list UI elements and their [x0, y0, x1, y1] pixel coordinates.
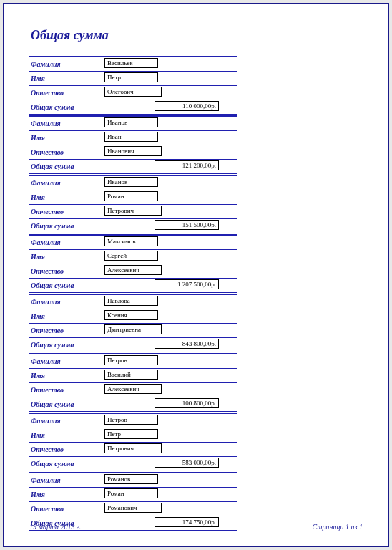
field-sum: 583 000,00р. — [155, 458, 219, 468]
field-label: Общая сумма — [29, 163, 104, 170]
field-label: Отчество — [29, 505, 104, 513]
field-label: Общая сумма — [29, 341, 104, 349]
field-label: Фамилия — [29, 357, 104, 365]
row-sum: Общая сумма151 500,00р. — [29, 219, 237, 233]
footer-page: Страница 1 из 1 — [312, 523, 363, 531]
row-name: ИмяРоман — [29, 190, 237, 205]
field-label: Имя — [29, 193, 104, 201]
field-sum: 110 000,00р. — [155, 101, 219, 111]
record: ФамилияПетровИмяВасилийОтчествоАлексееви… — [29, 353, 237, 412]
field-label: Имя — [29, 491, 104, 498]
field-name: Роман — [104, 488, 158, 498]
field-label: Фамилия — [29, 60, 104, 68]
row-sum: Общая сумма843 800,00р. — [29, 338, 237, 352]
record: ФамилияПетровИмяПетрОтчествоПетровичОбща… — [29, 412, 237, 471]
row-name: ИмяРоман — [29, 488, 237, 502]
row-surname: ФамилияПавлова — [29, 295, 237, 309]
row-surname: ФамилияИванов — [29, 176, 237, 190]
row-patronymic: ОтчествоДмитриевна — [29, 324, 237, 338]
row-name: ИмяКсения — [29, 309, 237, 324]
records-container: ФамилияВасильевИмяПетрОтчествоОлеговичОб… — [29, 56, 237, 531]
field-label: Отчество — [29, 208, 104, 216]
row-name: ИмяВасилий — [29, 369, 237, 383]
field-label: Имя — [29, 253, 104, 261]
footer-date: 19 марта 2013 г. — [29, 523, 81, 531]
report-title: Общая сумма — [31, 28, 363, 43]
field-patronymic: Романович — [104, 503, 162, 513]
row-patronymic: ОтчествоПетрович — [29, 205, 237, 219]
row-sum: Общая сумма100 800,00р. — [29, 397, 237, 412]
record: ФамилияРомановИмяРоманОтчествоРомановичО… — [29, 472, 237, 531]
field-patronymic: Олегович — [104, 87, 162, 97]
field-label: Имя — [29, 372, 104, 380]
row-surname: ФамилияПетров — [29, 354, 237, 369]
row-surname: ФамилияМаксимов — [29, 236, 237, 250]
page-footer: 19 марта 2013 г. Страница 1 из 1 — [29, 523, 363, 531]
field-name: Василий — [104, 370, 158, 380]
field-label: Имя — [29, 312, 104, 320]
report-page: Общая сумма ФамилияВасильевИмяПетрОтчест… — [3, 3, 389, 547]
field-label: Отчество — [29, 386, 104, 394]
record: ФамилияПавловаИмяКсенияОтчествоДмитриевн… — [29, 294, 237, 352]
field-label: Отчество — [29, 148, 104, 156]
row-surname: ФамилияИванов — [29, 117, 237, 131]
field-sum: 1 207 500,00р. — [155, 279, 219, 289]
field-name: Петр — [104, 429, 158, 439]
row-patronymic: ОтчествоРоманович — [29, 502, 237, 516]
record: ФамилияВасильевИмяПетрОтчествоОлеговичОб… — [29, 56, 237, 115]
row-patronymic: ОтчествоОлегович — [29, 86, 237, 100]
field-label: Фамилия — [29, 298, 104, 306]
field-patronymic: Алексеевич — [104, 384, 162, 394]
field-surname: Петров — [104, 415, 158, 425]
field-sum: 121 200,00р. — [155, 160, 219, 170]
field-name: Ксения — [104, 310, 158, 320]
field-label: Общая сумма — [29, 400, 104, 408]
row-name: ИмяСергей — [29, 250, 237, 264]
field-sum: 843 800,00р. — [155, 339, 219, 349]
field-label: Общая сумма — [29, 222, 104, 230]
field-label: Отчество — [29, 445, 104, 453]
field-sum: 100 800,00р. — [155, 398, 219, 408]
field-name: Роман — [104, 191, 158, 201]
field-label: Отчество — [29, 327, 104, 334]
field-sum: 151 500,00р. — [155, 220, 219, 230]
row-surname: ФамилияПетров — [29, 414, 237, 428]
field-label: Общая сумма — [29, 281, 104, 289]
row-patronymic: ОтчествоАлексеевич — [29, 264, 237, 279]
row-sum: Общая сумма583 000,00р. — [29, 457, 237, 471]
field-label: Общая сумма — [29, 460, 104, 468]
field-label: Фамилия — [29, 120, 104, 127]
field-surname: Петров — [104, 355, 158, 365]
field-patronymic: Петрович — [104, 206, 162, 216]
row-name: ИмяПетр — [29, 428, 237, 443]
row-surname: ФамилияРоманов — [29, 473, 237, 488]
record: ФамилияИвановИмяРоманОтчествоПетровичОбщ… — [29, 175, 237, 233]
field-label: Фамилия — [29, 179, 104, 187]
field-label: Фамилия — [29, 238, 104, 246]
field-surname: Максимов — [104, 236, 158, 246]
field-label: Фамилия — [29, 476, 104, 484]
field-label: Отчество — [29, 267, 104, 275]
field-label: Имя — [29, 431, 104, 439]
field-label: Общая сумма — [29, 103, 104, 111]
field-patronymic: Петрович — [104, 443, 162, 453]
field-label: Имя — [29, 134, 104, 142]
row-patronymic: ОтчествоПетрович — [29, 443, 237, 457]
row-patronymic: ОтчествоИванович — [29, 145, 237, 160]
row-sum: Общая сумма121 200,00р. — [29, 160, 237, 174]
row-sum: Общая сумма1 207 500,00р. — [29, 279, 237, 293]
field-surname: Павлова — [104, 296, 158, 306]
field-name: Иван — [104, 132, 158, 142]
field-patronymic: Дмитриевна — [104, 324, 162, 334]
row-sum: Общая сумма110 000,00р. — [29, 100, 237, 115]
field-patronymic: Иванович — [104, 146, 162, 156]
row-surname: ФамилияВасильев — [29, 57, 237, 72]
field-label: Фамилия — [29, 417, 104, 425]
field-patronymic: Алексеевич — [104, 265, 162, 275]
record: ФамилияИвановИмяИванОтчествоИвановичОбща… — [29, 115, 237, 174]
field-label: Отчество — [29, 89, 104, 97]
field-surname: Иванов — [104, 177, 158, 187]
field-name: Сергей — [104, 251, 158, 261]
field-label: Имя — [29, 74, 104, 82]
field-surname: Романов — [104, 474, 158, 484]
